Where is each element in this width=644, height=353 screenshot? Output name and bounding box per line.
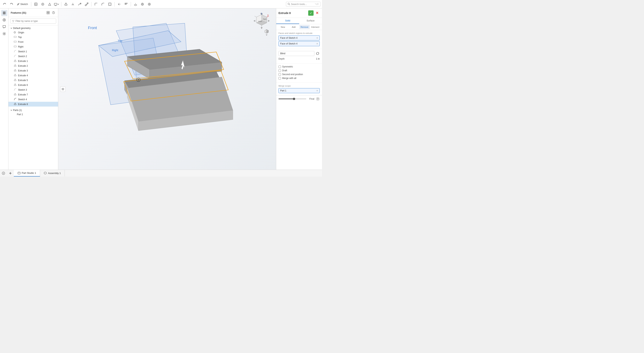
redo-button[interactable] xyxy=(8,1,14,7)
tree-item-origin[interactable]: Origin xyxy=(8,30,58,35)
toolbar-loft-btn[interactable] xyxy=(84,1,90,7)
tab-assembly[interactable]: Assembly 1 xyxy=(40,170,65,176)
merge-scope-value: Part 1 xyxy=(280,89,286,92)
sidebar-icon-add[interactable] xyxy=(1,17,7,23)
svg-point-22 xyxy=(127,3,128,4)
depth-type-row: Blind Through All Up to vertex xyxy=(278,51,320,56)
slider-track[interactable] xyxy=(278,98,306,99)
toolbar-plane-btn[interactable] xyxy=(132,1,138,7)
tree-item-sketch2[interactable]: Sketch 2 xyxy=(8,54,58,59)
draft-checkbox[interactable] xyxy=(278,69,281,72)
svg-rect-35 xyxy=(3,13,6,13)
sketch-button[interactable]: Sketch xyxy=(15,2,30,6)
toolbar-transform-btn[interactable] xyxy=(139,1,146,7)
svg-text:Top: Top xyxy=(260,13,262,14)
extrude-confirm-button[interactable]: ✓ xyxy=(308,10,314,16)
help-button[interactable]: ? xyxy=(316,97,320,101)
sidebar-icon-features[interactable] xyxy=(1,10,7,16)
second-end-row[interactable]: Second end position xyxy=(278,73,320,76)
viewport-list-btn[interactable] xyxy=(60,86,66,92)
symmetric-checkbox[interactable] xyxy=(278,66,281,68)
parts-label: Parts (1) xyxy=(13,109,22,112)
merge-all-row[interactable]: Merge with all xyxy=(278,77,320,80)
draft-row[interactable]: Draft xyxy=(278,69,320,72)
face1-box[interactable]: Face of Sketch 4 × xyxy=(278,36,320,40)
svg-point-7 xyxy=(42,4,43,4)
tree-item-extrude3[interactable]: Extrude 3 xyxy=(8,68,58,73)
toolbar-sep-1 xyxy=(31,2,31,6)
tree-item-extrude5[interactable]: Extrude 5 xyxy=(8,78,58,82)
tree-item-extrude7[interactable]: Extrude 7 xyxy=(8,92,58,97)
feature-grid-icon[interactable] xyxy=(46,10,50,15)
tree-section-parts[interactable]: Parts (1) xyxy=(8,108,58,112)
toolbar-icon-1[interactable] xyxy=(33,1,39,7)
tree-item-extrude2[interactable]: Extrude 2 xyxy=(8,64,58,68)
undo-button[interactable] xyxy=(2,1,8,7)
depth-value: 1 in xyxy=(316,58,320,60)
tree-item-extrude4[interactable]: Extrude 4 xyxy=(8,73,58,78)
extrude-cancel-button[interactable]: ✕ xyxy=(314,10,320,16)
toolbar-extrude-btn[interactable] xyxy=(63,1,69,7)
svg-text:Z: Z xyxy=(261,12,262,13)
toolbar-icon-dropdown[interactable] xyxy=(54,1,60,7)
tab-surface[interactable]: Surface xyxy=(299,18,322,24)
part1-label: Part 1 xyxy=(17,113,23,116)
depth-flip-button[interactable] xyxy=(316,51,320,56)
cube-icon[interactable] xyxy=(264,29,269,36)
svg-rect-53 xyxy=(14,70,16,71)
search-box[interactable]: Search tools... ⌥C xyxy=(286,2,320,6)
toolbar-icon-3[interactable] xyxy=(46,1,53,7)
subtab-new[interactable]: New xyxy=(278,25,288,29)
tree-item-extrude6[interactable]: Extrude 6 xyxy=(8,82,58,88)
tab-solid[interactable]: Solid xyxy=(276,18,299,24)
extrude-title: Extrude 8 xyxy=(278,12,308,14)
merge-scope-remove-button[interactable]: × xyxy=(316,89,318,92)
tree-item-extrude1[interactable]: Extrude 1 xyxy=(8,59,58,64)
toolbar-pattern-btn[interactable] xyxy=(123,1,129,7)
svg-marker-116 xyxy=(44,172,46,174)
cube-navigator[interactable]: X Top Right Front Z xyxy=(253,12,270,30)
toolbar-fillet-btn[interactable] xyxy=(93,1,99,7)
subtab-add[interactable]: Add xyxy=(288,25,299,29)
symmetric-row[interactable]: Symmetric xyxy=(278,65,320,68)
face2-remove-button[interactable]: × xyxy=(316,42,318,45)
viewport[interactable]: Front Top Right X Top xyxy=(58,8,276,170)
toolbar-more-btn[interactable] xyxy=(146,1,152,7)
tree-item-sketch4[interactable]: Sketch 4 xyxy=(8,97,58,102)
toolbar-revolve-btn[interactable] xyxy=(70,1,76,7)
depth-type-select[interactable]: Blind Through All Up to vertex xyxy=(278,51,314,56)
tree-item-sketch1[interactable]: Sketch 1 xyxy=(8,49,58,54)
add-tab-button[interactable] xyxy=(7,170,14,177)
subtab-remove[interactable]: Remove xyxy=(300,25,310,29)
tab-part-studio[interactable]: Part Studio 1 xyxy=(14,170,40,176)
tree-item-right[interactable]: Right xyxy=(8,44,58,49)
toolbar-chamfer-btn[interactable] xyxy=(100,1,106,7)
sidebar-icon-comment[interactable] xyxy=(1,24,7,30)
filter-bar xyxy=(8,17,58,25)
toolbar-mirror-btn[interactable] xyxy=(116,1,122,7)
second-end-checkbox[interactable] xyxy=(278,73,281,76)
faces-label: Faces and sketch regions to extrude xyxy=(278,32,320,34)
tree-item-front[interactable]: Front xyxy=(8,40,58,44)
tree-item-sketch3[interactable]: Sketch 3 xyxy=(8,88,58,92)
tree-item-top[interactable]: Top xyxy=(8,35,58,40)
svg-rect-44 xyxy=(48,13,50,14)
feature-history-icon[interactable] xyxy=(51,10,56,15)
merge-all-checkbox[interactable] xyxy=(278,77,281,80)
subtab-intersect[interactable]: Intersect xyxy=(310,25,320,29)
merge-scope-box[interactable]: Part 1 × xyxy=(278,88,320,93)
bottom-left-icon[interactable] xyxy=(0,170,7,177)
toolbar-shell-btn[interactable] xyxy=(107,1,113,7)
slider-thumb[interactable] xyxy=(293,98,295,100)
sidebar-icon-settings[interactable] xyxy=(1,31,7,37)
tree-section-default-geometry[interactable]: Default geometry xyxy=(8,26,58,30)
tree-item-extrude8[interactable]: Extrude 8 xyxy=(8,102,58,106)
toolbar-sweep-btn[interactable] xyxy=(77,1,83,7)
origin-label: Origin xyxy=(18,31,24,34)
face1-remove-button[interactable]: × xyxy=(316,36,318,40)
toolbar-icon-2[interactable] xyxy=(40,1,46,7)
feature-tree: Default geometry Origin Top Front xyxy=(8,25,58,170)
filter-input[interactable] xyxy=(16,20,54,22)
tree-item-part1[interactable]: Part 1 xyxy=(8,112,58,116)
face2-box[interactable]: Face of Sketch 4 × xyxy=(278,41,320,46)
